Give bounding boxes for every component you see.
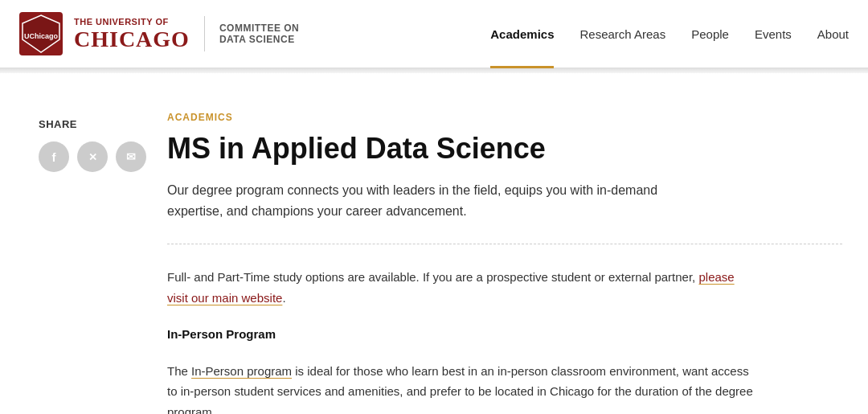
study-options-paragraph: Full- and Part-Time study options are av… — [167, 267, 754, 308]
email-share-button[interactable]: ✉ — [116, 141, 146, 172]
chicago-label: CHICAGO — [74, 28, 190, 51]
committee-text: COMMITTEE ON DATA SCIENCE — [219, 23, 299, 46]
article-title: MS in Applied Data Science — [167, 131, 842, 166]
nav-academics[interactable]: Academics — [490, 0, 554, 68]
site-header: 🛡 UChicago THE UNIVERSITY OF CHICAGO COM… — [0, 0, 868, 68]
in-person-body: The In-Person program is ideal for those… — [167, 361, 754, 414]
svg-text:UChicago: UChicago — [24, 32, 59, 40]
committee-line2: DATA SCIENCE — [219, 34, 299, 45]
article-body: Full- and Part-Time study options are av… — [167, 267, 754, 414]
nav-events[interactable]: Events — [755, 0, 792, 68]
main-article: ACADEMICS MS in Applied Data Science Our… — [151, 112, 842, 414]
logo-text: THE UNIVERSITY OF CHICAGO — [74, 17, 190, 50]
main-nav: Academics Research Areas People Events A… — [490, 0, 849, 68]
body-text-before-link: Full- and Part-Time study options are av… — [167, 270, 698, 284]
facebook-share-button[interactable]: f — [39, 141, 69, 172]
share-icons: f ✕ ✉ — [39, 141, 151, 172]
share-label: SHARE — [39, 118, 151, 130]
content-divider — [167, 244, 842, 244]
in-person-before: The — [167, 364, 191, 378]
body-text-after-link: . — [282, 291, 285, 305]
committee-line1: COMMITTEE ON — [219, 23, 299, 34]
section-label: ACADEMICS — [167, 112, 842, 123]
nav-research-areas[interactable]: Research Areas — [579, 0, 665, 68]
shield-logo: 🛡 UChicago — [19, 12, 63, 55]
article-intro: Our degree program connects you with lea… — [167, 180, 714, 221]
in-person-program-link[interactable]: In-Person program — [191, 364, 292, 378]
logo-area: 🛡 UChicago THE UNIVERSITY OF CHICAGO COM… — [19, 12, 299, 55]
logo-divider — [204, 16, 205, 51]
nav-people[interactable]: People — [691, 0, 729, 68]
share-sidebar: SHARE f ✕ ✉ — [39, 112, 151, 414]
content-wrapper: SHARE f ✕ ✉ ACADEMICS MS in Applied Data… — [0, 73, 868, 414]
nav-about[interactable]: About — [817, 0, 849, 68]
twitter-share-button[interactable]: ✕ — [77, 141, 108, 172]
in-person-heading: In-Person Program — [167, 324, 754, 345]
